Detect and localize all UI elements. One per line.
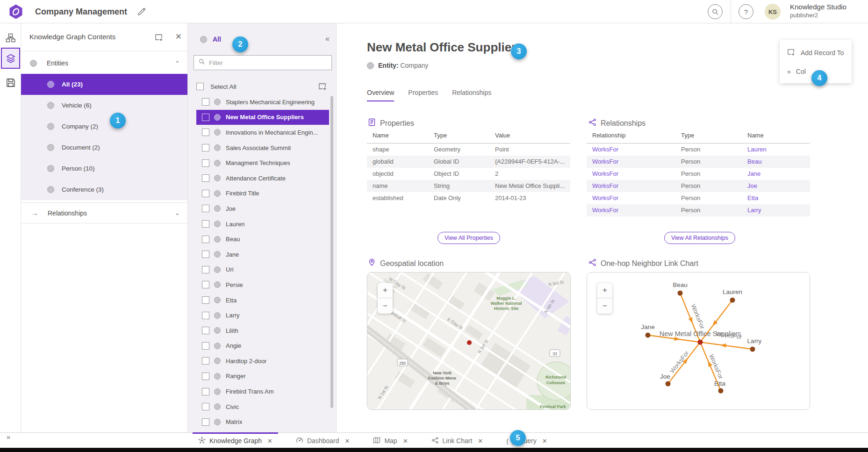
add-record-icon[interactable] [318, 82, 327, 91]
entity-list-item[interactable]: Ranger [196, 369, 329, 384]
filter-input[interactable] [209, 59, 331, 66]
entity-type-row[interactable]: Conference (3) [21, 179, 187, 200]
collapse-panel-icon[interactable]: « [325, 35, 330, 43]
entity-checkbox[interactable] [202, 144, 209, 151]
entity-list-item[interactable]: Lauren [196, 216, 329, 232]
entity-list-item[interactable]: Managment Techniques [196, 155, 329, 171]
entity-type-row[interactable]: Vehicle (6) [21, 95, 187, 116]
entity-link[interactable]: WorksFor [592, 158, 618, 165]
entity-list-item[interactable]: Angie [196, 338, 329, 354]
menu-item-add-record-to[interactable]: Add Record To [780, 43, 852, 62]
zoom-in-button[interactable]: + [378, 283, 393, 298]
entity-link[interactable]: Jane [747, 170, 760, 177]
search-button[interactable] [708, 4, 723, 19]
entity-link[interactable]: WorksFor [592, 170, 618, 177]
entity-link[interactable]: WorksFor [592, 146, 618, 153]
tab-overview[interactable]: Overview [367, 89, 394, 101]
avatar[interactable]: KS [765, 4, 781, 20]
close-tab-icon[interactable]: ✕ [344, 438, 350, 445]
bottom-tab-map[interactable]: Map✕ [367, 432, 413, 448]
link-chart-node[interactable] [718, 388, 724, 394]
entity-list-item[interactable]: Innovations in Mechanical Engin... [196, 125, 329, 140]
bottom-tab-link-chart[interactable]: Link Chart✕ [426, 432, 489, 448]
entity-list-item[interactable]: Uri [196, 262, 329, 278]
tab-properties[interactable]: Properties [408, 89, 438, 101]
view-all-relationships-button[interactable]: View All Relationships [664, 232, 735, 244]
entity-type-row[interactable]: Company (2) [21, 116, 187, 137]
scrollbar-thumb[interactable] [330, 96, 333, 408]
entity-type-row[interactable]: Document (2) [21, 137, 187, 158]
entity-checkbox[interactable] [202, 114, 209, 121]
close-tab-icon[interactable]: ✕ [403, 438, 408, 445]
entity-link[interactable]: Beau [747, 158, 761, 165]
entity-list-item[interactable]: New Metal Office Suppliers [196, 110, 329, 125]
entity-checkbox[interactable] [202, 205, 209, 212]
entity-list-item[interactable]: Larry [196, 308, 329, 323]
entity-checkbox[interactable] [202, 190, 209, 197]
zoom-in-button[interactable]: + [597, 283, 612, 298]
entity-checkbox[interactable] [202, 98, 209, 106]
entities-group-header[interactable]: Entities ⌃ [21, 52, 187, 74]
entity-checkbox[interactable] [202, 373, 209, 380]
user-block[interactable]: Knowledge Studio publisher2 [790, 3, 846, 19]
help-button[interactable]: ? [739, 4, 753, 19]
link-chart-node[interactable] [646, 333, 651, 338]
entity-link[interactable]: Larry [747, 207, 761, 214]
select-all-checkbox[interactable] [196, 83, 204, 90]
tab-relationships[interactable]: Relationships [452, 89, 491, 101]
close-tab-icon[interactable]: ✕ [542, 438, 547, 445]
entity-list-item[interactable]: Firebird Title [196, 186, 329, 201]
add-record-icon[interactable] [155, 33, 163, 42]
entity-checkbox[interactable] [202, 388, 209, 395]
relationships-group-header[interactable]: → Relationships ⌄ [21, 202, 187, 223]
app-logo-icon[interactable] [8, 4, 24, 20]
entity-list-item[interactable]: Beau [196, 231, 329, 247]
entity-checkbox[interactable] [202, 251, 209, 258]
link-chart-node[interactable] [666, 381, 671, 387]
entity-checkbox[interactable] [202, 312, 209, 319]
entity-link[interactable]: Etta [747, 194, 758, 201]
entity-list-item[interactable]: Attendance Certificate [196, 171, 329, 186]
entity-link[interactable]: WorksFor [592, 194, 618, 201]
link-chart-center-node[interactable] [698, 340, 703, 345]
chevron-up-icon[interactable]: ⌃ [175, 60, 180, 67]
entity-list-item[interactable]: Civic [196, 399, 329, 415]
entity-checkbox[interactable] [202, 220, 209, 228]
data-model-icon[interactable] [6, 33, 16, 43]
bottom-tab-knowledge-graph[interactable]: Knowledge Graph✕ [193, 432, 278, 448]
one-hop-link-chart[interactable]: WorksForWorksForWorksForWorksForBeauLaur… [587, 272, 810, 410]
close-panel-icon[interactable]: ✕ [175, 32, 182, 42]
entity-checkbox[interactable] [202, 174, 209, 182]
entity-list-item[interactable]: Sales Associate Summit [196, 140, 329, 156]
entity-list-item[interactable]: Staplers Mechanical Engineering [196, 94, 329, 110]
entity-checkbox[interactable] [202, 327, 209, 334]
entity-list-item[interactable]: Lilith [196, 323, 329, 338]
edit-title-pencil-icon[interactable] [136, 7, 147, 17]
close-tab-icon[interactable]: ✕ [478, 438, 483, 445]
entity-list-item[interactable]: Persie [196, 277, 329, 293]
zoom-out-button[interactable]: − [597, 298, 612, 314]
entity-checkbox[interactable] [202, 296, 209, 304]
entity-list-item[interactable]: Jane [196, 247, 329, 262]
entity-link[interactable]: WorksFor [592, 207, 618, 214]
entity-list-item[interactable]: Firebird Trans Am [196, 384, 329, 399]
entity-link[interactable]: Lauren [747, 146, 766, 153]
entity-checkbox[interactable] [202, 357, 209, 365]
entity-list-item[interactable]: Etta [196, 293, 329, 308]
view-all-properties-button[interactable]: View All Properties [438, 232, 500, 244]
entity-checkbox[interactable] [202, 159, 209, 167]
entity-checkbox[interactable] [202, 129, 209, 136]
entity-checkbox[interactable] [202, 342, 209, 350]
geospatial-map[interactable]: W Clay StW Marshall StE Clay StN 3rd StN… [367, 272, 571, 410]
entity-list-item[interactable]: Joe [196, 201, 329, 216]
entity-checkbox[interactable] [202, 266, 209, 273]
close-tab-icon[interactable]: ✕ [267, 438, 273, 445]
link-chart-node[interactable] [730, 298, 735, 303]
layers-icon[interactable] [1, 48, 20, 69]
entity-checkbox[interactable] [202, 236, 209, 243]
save-icon[interactable] [6, 78, 16, 88]
link-chart-node[interactable] [750, 347, 755, 352]
link-chart-node[interactable] [678, 291, 683, 296]
entity-type-row[interactable]: All (23) [21, 74, 187, 95]
bottom-tab-dashboard[interactable]: Dashboard✕ [290, 432, 355, 448]
